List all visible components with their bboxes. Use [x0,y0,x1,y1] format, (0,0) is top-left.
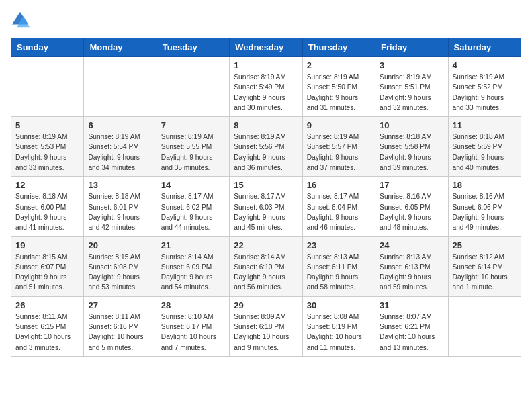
calendar-day-cell [157,57,229,117]
calendar-day-cell: 11Sunrise: 8:18 AM Sunset: 5:59 PM Dayli… [448,117,521,177]
calendar-week-row: 5Sunrise: 8:19 AM Sunset: 5:53 PM Daylig… [11,117,521,177]
calendar-day-cell: 15Sunrise: 8:17 AM Sunset: 6:03 PM Dayli… [230,177,302,236]
day-number: 27 [88,300,152,310]
calendar-day-cell: 16Sunrise: 8:17 AM Sunset: 6:04 PM Dayli… [302,177,375,236]
day-of-week-header: Wednesday [230,38,302,57]
day-number: 14 [161,180,225,190]
day-number: 10 [380,120,443,130]
day-info-text: Sunrise: 8:18 AM Sunset: 5:58 PM Dayligh… [380,132,443,173]
day-info-text: Sunrise: 8:18 AM Sunset: 5:59 PM Dayligh… [453,132,517,173]
day-info-text: Sunrise: 8:13 AM Sunset: 6:13 PM Dayligh… [380,252,443,293]
calendar-day-cell: 10Sunrise: 8:18 AM Sunset: 5:58 PM Dayli… [375,117,448,177]
day-number: 3 [380,60,443,71]
day-of-week-header: Thursday [302,38,375,57]
calendar-day-cell: 29Sunrise: 8:09 AM Sunset: 6:18 PM Dayli… [230,296,302,356]
day-number: 29 [234,300,298,310]
day-info-text: Sunrise: 8:19 AM Sunset: 5:55 PM Dayligh… [161,132,225,173]
day-info-text: Sunrise: 8:09 AM Sunset: 6:18 PM Dayligh… [234,312,298,353]
calendar-day-cell: 27Sunrise: 8:11 AM Sunset: 6:16 PM Dayli… [84,296,157,356]
calendar-week-row: 12Sunrise: 8:18 AM Sunset: 6:00 PM Dayli… [11,177,521,236]
calendar-day-cell: 9Sunrise: 8:19 AM Sunset: 5:57 PM Daylig… [302,117,375,177]
calendar-day-cell: 19Sunrise: 8:15 AM Sunset: 6:07 PM Dayli… [11,236,84,296]
page-header [11,11,521,30]
calendar-week-row: 1Sunrise: 8:19 AM Sunset: 5:49 PM Daylig… [11,57,521,117]
day-number: 15 [234,180,298,190]
calendar-table: SundayMondayTuesdayWednesdayThursdayFrid… [11,38,521,357]
calendar-header-row: SundayMondayTuesdayWednesdayThursdayFrid… [11,38,521,57]
day-of-week-header: Sunday [11,38,84,57]
calendar-day-cell: 12Sunrise: 8:18 AM Sunset: 6:00 PM Dayli… [11,177,84,236]
day-number: 19 [15,240,79,250]
day-number: 20 [88,240,152,250]
logo-icon [11,11,30,30]
calendar-day-cell: 24Sunrise: 8:13 AM Sunset: 6:13 PM Dayli… [375,236,448,296]
day-info-text: Sunrise: 8:17 AM Sunset: 6:04 PM Dayligh… [307,191,371,232]
day-number: 22 [234,240,298,250]
day-number: 13 [88,180,152,190]
day-number: 25 [453,240,517,250]
day-info-text: Sunrise: 8:19 AM Sunset: 5:57 PM Dayligh… [307,132,371,173]
calendar-day-cell: 26Sunrise: 8:11 AM Sunset: 6:15 PM Dayli… [11,296,84,356]
day-number: 17 [380,180,443,190]
calendar-day-cell: 23Sunrise: 8:13 AM Sunset: 6:11 PM Dayli… [302,236,375,296]
day-number: 1 [234,60,298,71]
day-of-week-header: Monday [84,38,157,57]
day-of-week-header: Friday [375,38,448,57]
day-info-text: Sunrise: 8:19 AM Sunset: 5:52 PM Dayligh… [453,72,517,113]
calendar-day-cell: 5Sunrise: 8:19 AM Sunset: 5:53 PM Daylig… [11,117,84,177]
day-info-text: Sunrise: 8:16 AM Sunset: 6:06 PM Dayligh… [453,191,517,232]
calendar-day-cell [84,57,157,117]
day-info-text: Sunrise: 8:15 AM Sunset: 6:08 PM Dayligh… [88,252,152,293]
day-info-text: Sunrise: 8:14 AM Sunset: 6:10 PM Dayligh… [234,252,298,293]
day-number: 12 [15,180,79,190]
day-of-week-header: Tuesday [157,38,229,57]
day-info-text: Sunrise: 8:14 AM Sunset: 6:09 PM Dayligh… [161,252,225,293]
day-number: 26 [15,300,79,310]
calendar-day-cell: 25Sunrise: 8:12 AM Sunset: 6:14 PM Dayli… [448,236,521,296]
calendar-day-cell: 22Sunrise: 8:14 AM Sunset: 6:10 PM Dayli… [230,236,302,296]
day-info-text: Sunrise: 8:12 AM Sunset: 6:14 PM Dayligh… [453,252,517,293]
day-number: 21 [161,240,225,250]
calendar-day-cell: 30Sunrise: 8:08 AM Sunset: 6:19 PM Dayli… [302,296,375,356]
calendar-day-cell: 31Sunrise: 8:07 AM Sunset: 6:21 PM Dayli… [375,296,448,356]
day-info-text: Sunrise: 8:15 AM Sunset: 6:07 PM Dayligh… [15,252,79,293]
calendar-day-cell: 21Sunrise: 8:14 AM Sunset: 6:09 PM Dayli… [157,236,229,296]
day-number: 30 [307,300,371,310]
day-number: 18 [453,180,517,190]
day-info-text: Sunrise: 8:18 AM Sunset: 6:00 PM Dayligh… [15,191,79,232]
day-info-text: Sunrise: 8:18 AM Sunset: 6:01 PM Dayligh… [88,191,152,232]
day-info-text: Sunrise: 8:11 AM Sunset: 6:15 PM Dayligh… [15,312,79,353]
day-info-text: Sunrise: 8:17 AM Sunset: 6:02 PM Dayligh… [161,191,225,232]
day-number: 31 [380,300,443,310]
day-info-text: Sunrise: 8:19 AM Sunset: 5:49 PM Dayligh… [234,72,298,113]
calendar-day-cell [448,296,521,356]
day-number: 7 [161,120,225,130]
day-number: 5 [15,120,79,130]
calendar-day-cell: 14Sunrise: 8:17 AM Sunset: 6:02 PM Dayli… [157,177,229,236]
day-info-text: Sunrise: 8:19 AM Sunset: 5:51 PM Dayligh… [380,72,443,113]
day-number: 8 [234,120,298,130]
day-info-text: Sunrise: 8:08 AM Sunset: 6:19 PM Dayligh… [307,312,371,353]
calendar-day-cell: 20Sunrise: 8:15 AM Sunset: 6:08 PM Dayli… [84,236,157,296]
calendar-week-row: 26Sunrise: 8:11 AM Sunset: 6:15 PM Dayli… [11,296,521,356]
day-info-text: Sunrise: 8:19 AM Sunset: 5:53 PM Dayligh… [15,132,79,173]
day-info-text: Sunrise: 8:13 AM Sunset: 6:11 PM Dayligh… [307,252,371,293]
calendar-day-cell: 6Sunrise: 8:19 AM Sunset: 5:54 PM Daylig… [84,117,157,177]
calendar-day-cell: 18Sunrise: 8:16 AM Sunset: 6:06 PM Dayli… [448,177,521,236]
calendar-day-cell: 7Sunrise: 8:19 AM Sunset: 5:55 PM Daylig… [157,117,229,177]
calendar-day-cell [11,57,84,117]
calendar-day-cell: 1Sunrise: 8:19 AM Sunset: 5:49 PM Daylig… [230,57,302,117]
day-info-text: Sunrise: 8:19 AM Sunset: 5:50 PM Dayligh… [307,72,371,113]
day-number: 6 [88,120,152,130]
calendar-day-cell: 3Sunrise: 8:19 AM Sunset: 5:51 PM Daylig… [375,57,448,117]
day-number: 4 [453,60,517,71]
calendar-day-cell: 13Sunrise: 8:18 AM Sunset: 6:01 PM Dayli… [84,177,157,236]
day-info-text: Sunrise: 8:19 AM Sunset: 5:54 PM Dayligh… [88,132,152,173]
calendar-day-cell: 17Sunrise: 8:16 AM Sunset: 6:05 PM Dayli… [375,177,448,236]
day-number: 16 [307,180,371,190]
day-info-text: Sunrise: 8:11 AM Sunset: 6:16 PM Dayligh… [88,312,152,353]
day-info-text: Sunrise: 8:19 AM Sunset: 5:56 PM Dayligh… [234,132,298,173]
day-info-text: Sunrise: 8:07 AM Sunset: 6:21 PM Dayligh… [380,312,443,353]
calendar-day-cell: 28Sunrise: 8:10 AM Sunset: 6:17 PM Dayli… [157,296,229,356]
day-number: 24 [380,240,443,250]
